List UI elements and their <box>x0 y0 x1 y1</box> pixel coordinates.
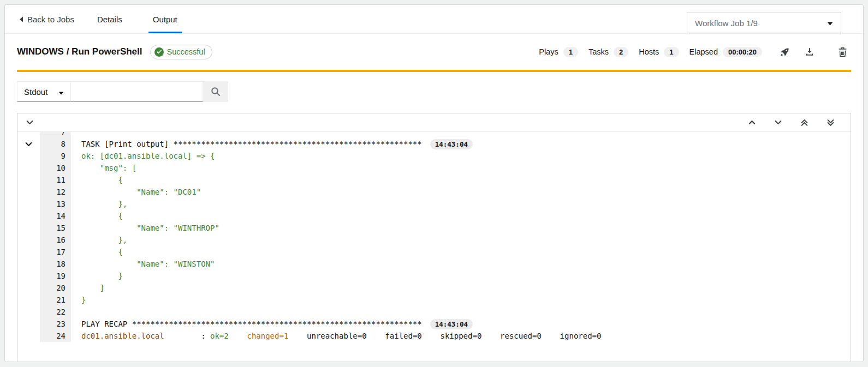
log-line-content: dc01.ansible.local : ok=2 changed=1 unre… <box>71 330 851 342</box>
chevron-down-icon <box>775 120 782 125</box>
tab-output[interactable]: Output <box>146 5 184 33</box>
log-text: ok: [dc01.ansible.local] => { <box>81 150 215 162</box>
trash-icon <box>838 47 847 57</box>
log-text: { <box>81 210 123 222</box>
chevron-down-icon <box>58 87 64 97</box>
log-expand-gutter <box>17 198 40 210</box>
log-expand-gutter <box>17 210 40 222</box>
stat-plays-label: Plays <box>539 47 558 56</box>
scroll-to-bottom-button[interactable] <box>823 116 837 130</box>
stat-tasks: Tasks 2 <box>588 47 628 57</box>
stat-plays-value: 1 <box>563 47 578 57</box>
status-badge: Successful <box>150 45 212 59</box>
log-line-content <box>71 132 851 138</box>
log-line: 23PLAY RECAP ***************************… <box>17 318 851 330</box>
download-output-button[interactable] <box>801 43 818 61</box>
log-expand-gutter <box>17 306 40 318</box>
stat-elapsed-label: Elapsed <box>689 47 718 56</box>
timestamp-badge: 14:43:04 <box>430 139 473 149</box>
line-number: 20 <box>40 282 71 294</box>
log-text: TASK [Print output] ********************… <box>81 138 422 150</box>
log-line: 8TASK [Print output] *******************… <box>17 138 851 150</box>
log-expand-gutter <box>17 186 40 198</box>
status-badge-label: Successful <box>167 47 205 56</box>
line-number: 13 <box>40 198 71 210</box>
line-number: 11 <box>40 174 71 186</box>
stat-hosts-value: 1 <box>664 47 679 57</box>
line-number: 18 <box>40 258 71 270</box>
log-text: } <box>81 270 123 282</box>
log-text: unreachable=0 failed=0 skipped=0 rescued… <box>288 330 601 342</box>
log-text: ] <box>81 282 104 294</box>
log-text <box>229 330 247 342</box>
log-expand-gutter <box>17 234 40 246</box>
line-number: 21 <box>40 294 71 306</box>
scroll-to-top-button[interactable] <box>797 116 811 130</box>
log-expand-gutter <box>17 174 40 186</box>
log-line-content: ] <box>71 282 851 294</box>
stdout-filter-select[interactable]: Stdout <box>17 81 71 102</box>
log-text: }, <box>81 198 127 210</box>
job-output-page: Back to Jobs Details Output Workflow Job… <box>4 4 864 362</box>
tab-bar: Back to Jobs Details Output Workflow Job… <box>5 5 863 34</box>
log-line-content: "Name": "WINSTON" <box>71 258 851 270</box>
relaunch-button[interactable] <box>776 43 793 61</box>
log-expand-gutter <box>17 150 40 162</box>
log-line: 13 }, <box>17 198 851 210</box>
log-text: ok=2 <box>210 330 229 342</box>
log-expand-gutter <box>17 246 40 258</box>
output-toolbar: Stdout <box>17 81 851 102</box>
scroll-up-button[interactable] <box>745 116 759 130</box>
line-number: 15 <box>40 222 71 234</box>
log-expand-gutter <box>17 282 40 294</box>
stdout-filter-value: Stdout <box>24 87 47 97</box>
collapse-all-toggle[interactable] <box>26 120 33 125</box>
log-text: "Name": "WINSTON" <box>81 258 215 270</box>
line-number: 19 <box>40 270 71 282</box>
tab-details[interactable]: Details <box>91 5 129 33</box>
workflow-job-select[interactable]: Workflow Job 1/9 <box>687 13 841 33</box>
log-line: 21} <box>17 294 851 306</box>
log-line: 9ok: [dc01.ansible.local] => { <box>17 150 851 162</box>
log-line: 16 }, <box>17 234 851 246</box>
log-line-content: "msg": [ <box>71 162 851 174</box>
search-icon <box>211 87 221 97</box>
log-line: 19 } <box>17 270 851 282</box>
stat-tasks-value: 2 <box>614 47 628 57</box>
chevron-up-icon <box>748 120 756 125</box>
line-number: 7 <box>40 132 71 138</box>
line-number: 17 <box>40 246 71 258</box>
collapse-task-icon[interactable] <box>25 142 32 147</box>
delete-job-button[interactable] <box>834 43 851 61</box>
log-line: 17 { <box>17 246 851 258</box>
double-chevron-up-icon <box>801 119 808 127</box>
scroll-down-button[interactable] <box>771 116 785 130</box>
log-text: { <box>81 246 123 258</box>
log-line: 24dc01.ansible.local : ok=2 changed=1 un… <box>17 330 851 342</box>
double-chevron-down-icon <box>827 119 834 127</box>
back-to-jobs-label: Back to Jobs <box>27 15 74 24</box>
log-text: }, <box>81 234 127 246</box>
search-input[interactable] <box>71 81 203 102</box>
log-line: 15 "Name": "WINTHROP" <box>17 222 851 234</box>
search-button[interactable] <box>203 81 228 102</box>
back-arrow-icon <box>19 16 23 22</box>
log-text: } <box>81 294 86 306</box>
back-to-jobs-link[interactable]: Back to Jobs <box>13 5 81 33</box>
log-line-content: }, <box>71 198 851 210</box>
log-line-content: } <box>71 270 851 282</box>
log-text: changed=1 <box>247 330 288 342</box>
log-expand-gutter <box>17 132 40 138</box>
line-number: 14 <box>40 210 71 222</box>
log-line-content: { <box>71 210 851 222</box>
line-number: 16 <box>40 234 71 246</box>
stat-plays: Plays 1 <box>539 47 578 57</box>
line-number: 10 <box>40 162 71 174</box>
log-line: 11 { <box>17 174 851 186</box>
log-line: 22 <box>17 306 851 318</box>
workflow-job-select-value: Workflow Job 1/9 <box>695 19 758 28</box>
log-line: 20 ] <box>17 282 851 294</box>
log-body: 78TASK [Print output] ******************… <box>17 132 851 362</box>
log-expand-gutter <box>17 294 40 306</box>
line-number: 22 <box>40 306 71 318</box>
